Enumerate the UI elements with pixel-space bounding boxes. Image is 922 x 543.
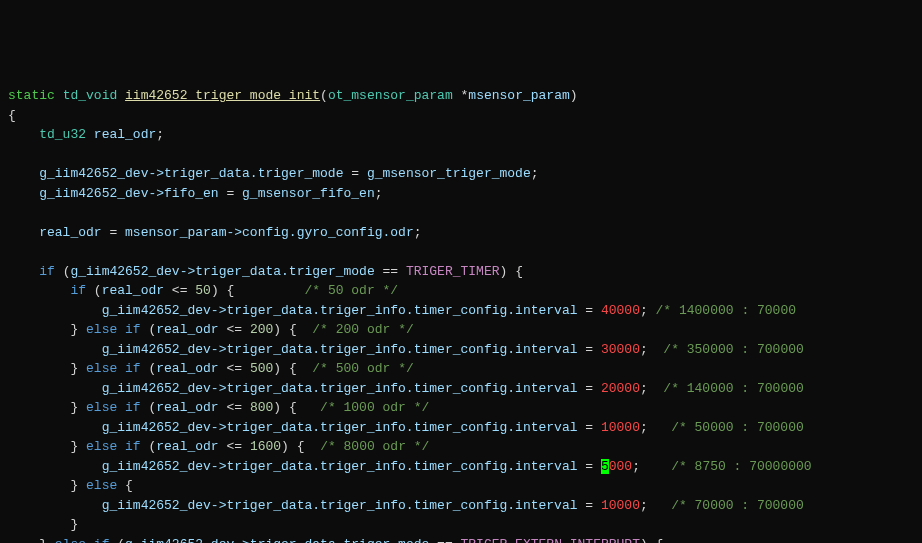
code-editor[interactable]: static td_void iim42652_triger_mode_init… — [8, 86, 914, 543]
line-23: } — [8, 517, 78, 532]
line-12: g_iim42652_dev->triger_data.triger_info.… — [8, 303, 796, 318]
line-3: td_u32 real_odr; — [8, 127, 164, 142]
line-18: g_iim42652_dev->triger_data.triger_info.… — [8, 420, 804, 435]
line-11: if (real_odr <= 50) { /* 50 odr */ — [8, 283, 398, 298]
line-14: g_iim42652_dev->triger_data.triger_info.… — [8, 342, 804, 357]
line-10: if (g_iim42652_dev->triger_data.triger_m… — [8, 264, 523, 279]
line-6: g_iim42652_dev->fifo_en = g_msensor_fifo… — [8, 186, 383, 201]
line-21: } else { — [8, 478, 133, 493]
line-19: } else if (real_odr <= 1600) { /* 8000 o… — [8, 439, 429, 454]
line-17: } else if (real_odr <= 800) { /* 1000 od… — [8, 400, 429, 415]
line-1: static td_void iim42652_triger_mode_init… — [8, 88, 578, 103]
line-24: } else if (g_iim42652_dev->triger_data.t… — [8, 537, 663, 544]
line-13: } else if (real_odr <= 200) { /* 200 odr… — [8, 322, 414, 337]
line-5: g_iim42652_dev->triger_data.triger_mode … — [8, 166, 539, 181]
text-cursor: 5 — [601, 459, 609, 474]
line-16: g_iim42652_dev->triger_data.triger_info.… — [8, 381, 804, 396]
line-2: { — [8, 108, 16, 123]
line-15: } else if (real_odr <= 500) { /* 500 odr… — [8, 361, 414, 376]
line-20: g_iim42652_dev->triger_data.triger_info.… — [8, 459, 812, 474]
line-8: real_odr = msensor_param->config.gyro_co… — [8, 225, 422, 240]
line-22: g_iim42652_dev->triger_data.triger_info.… — [8, 498, 804, 513]
function-name: iim42652_triger_mode_init — [125, 88, 320, 103]
